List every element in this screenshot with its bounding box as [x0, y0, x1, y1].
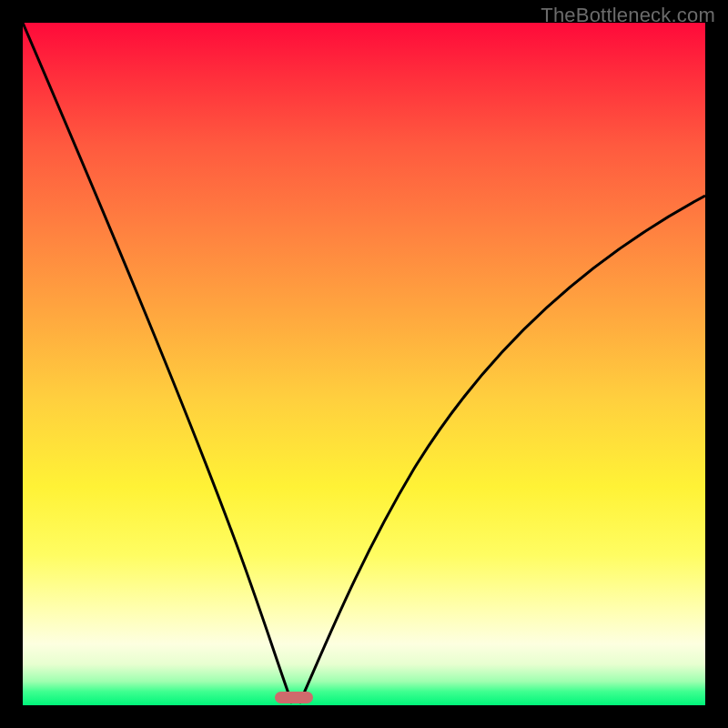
- bottleneck-marker: [275, 692, 313, 703]
- curve-left: [23, 23, 292, 703]
- curve-right: [299, 196, 705, 703]
- bottleneck-curve: [23, 23, 705, 705]
- watermark-text: TheBottleneck.com: [541, 4, 715, 27]
- chart-plot-area: [23, 23, 705, 705]
